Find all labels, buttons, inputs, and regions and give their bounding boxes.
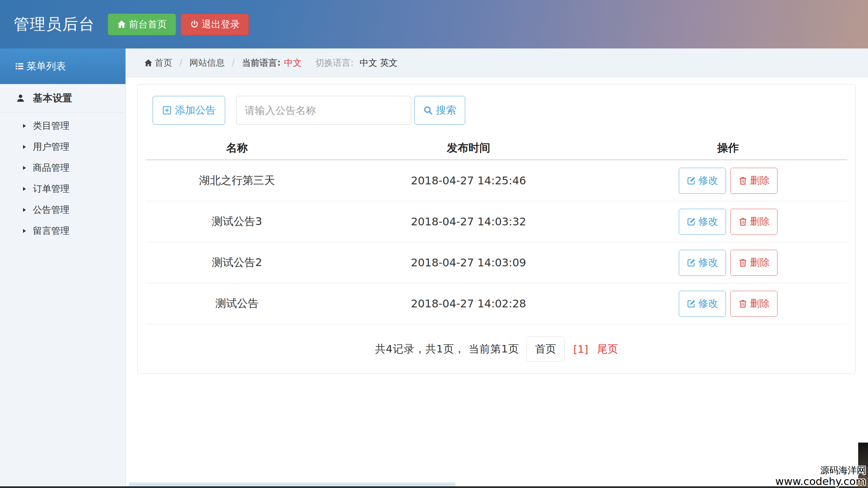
current-language-label: 当前语言:: [242, 57, 281, 69]
search-button[interactable]: 搜索: [414, 96, 465, 125]
delete-button-label: 删除: [750, 215, 770, 228]
announcement-name: 测试公告: [146, 296, 328, 311]
delete-button[interactable]: 删除: [730, 209, 777, 235]
announcement-panel: 添加公告 搜索 名称 发布时间 操作 湖北之行第三天 2018-04-27 14…: [137, 84, 856, 373]
breadcrumb-separator: /: [232, 58, 235, 68]
power-icon: [190, 20, 199, 29]
pagination-current-page-link[interactable]: [1]: [573, 343, 588, 355]
delete-button[interactable]: 删除: [730, 291, 777, 317]
edit-button-label: 修改: [698, 215, 718, 228]
edit-button[interactable]: 修改: [679, 209, 726, 235]
table-row: 测试公告 2018-04-27 14:02:28 修改 删除: [146, 283, 847, 324]
current-language-value: 中文: [284, 57, 302, 69]
edit-icon: [687, 258, 696, 267]
announcement-table: 名称 发布时间 操作 湖北之行第三天 2018-04-27 14:25:46 修…: [146, 137, 847, 374]
watermark-site-name: 源码海洋网: [775, 465, 866, 475]
horizontal-scrollbar-thumb[interactable]: [129, 483, 455, 486]
trash-icon: [738, 176, 748, 185]
language-option-english[interactable]: 英文: [380, 57, 398, 69]
column-header-time: 发布时间: [328, 141, 609, 156]
top-header: 管理员后台 前台首页 退出登录: [0, 0, 868, 48]
home-icon: [144, 59, 153, 67]
column-header-action: 操作: [609, 141, 847, 156]
announcement-time: 2018-04-27 14:25:46: [328, 174, 609, 187]
sidebar-item-label: 订单管理: [33, 183, 70, 195]
sidebar-menu-header-label: 菜单列表: [26, 60, 66, 73]
sidebar-item-messages[interactable]: 留言管理: [0, 220, 125, 241]
user-icon: [16, 94, 25, 103]
announcement-name: 测试公告2: [146, 255, 328, 270]
announcement-search-input[interactable]: [236, 96, 411, 125]
row-actions: 修改 删除: [609, 291, 847, 317]
sidebar-item-label: 留言管理: [33, 225, 70, 237]
add-announcement-label: 添加公告: [175, 103, 216, 117]
sidebar-menu: 类目管理 用户管理 商品管理 订单管理 公告管理 留言管理: [0, 113, 125, 241]
edit-icon: [687, 176, 696, 185]
table-row: 测试公告3 2018-04-27 14:03:32 修改 删除: [146, 201, 847, 242]
breadcrumb: 首页 / 网站信息 / 当前语言: 中文 切换语言: 中文 英文: [126, 48, 868, 77]
toolbar: 添加公告 搜索: [153, 96, 847, 125]
announcement-time: 2018-04-27 14:03:09: [328, 256, 609, 269]
sidebar-menu-header: 菜单列表: [0, 48, 125, 84]
sidebar-section-label: 基本设置: [33, 92, 72, 105]
sidebar-item-label: 类目管理: [33, 120, 70, 132]
logout-label: 退出登录: [202, 18, 240, 31]
edit-button[interactable]: 修改: [679, 168, 726, 194]
watermark: 源码海洋网 www.codehy.com: [775, 465, 866, 488]
announcement-name: 测试公告3: [146, 214, 328, 229]
switch-language-label: 切换语言:: [315, 57, 354, 69]
sidebar-item-users[interactable]: 用户管理: [0, 136, 125, 157]
table-row: 湖北之行第三天 2018-04-27 14:25:46 修改 删除: [146, 160, 847, 201]
announcement-time: 2018-04-27 14:03:32: [328, 215, 609, 228]
caret-right-icon: [21, 165, 27, 171]
sidebar-item-products[interactable]: 商品管理: [0, 157, 125, 178]
breadcrumb-separator: /: [179, 58, 182, 68]
table-row: 测试公告2 2018-04-27 14:03:09 修改 删除: [146, 242, 847, 283]
caret-right-icon: [21, 186, 27, 192]
pagination: 共4记录，共1页， 当前第1页 首页 [1] 尾页: [146, 324, 847, 374]
column-header-name: 名称: [146, 141, 328, 156]
announcement-name: 湖北之行第三天: [146, 173, 328, 188]
table-header-row: 名称 发布时间 操作: [146, 137, 847, 160]
delete-button-label: 删除: [750, 174, 770, 187]
sidebar-item-orders[interactable]: 订单管理: [0, 178, 125, 199]
delete-button[interactable]: 删除: [730, 250, 777, 276]
delete-button[interactable]: 删除: [730, 168, 777, 194]
edit-button-label: 修改: [698, 174, 718, 187]
pagination-first-page-button[interactable]: 首页: [527, 337, 565, 362]
sidebar-item-label: 用户管理: [33, 141, 70, 153]
row-actions: 修改 删除: [609, 250, 847, 276]
trash-icon: [738, 258, 748, 267]
sidebar-item-announcements[interactable]: 公告管理: [0, 199, 125, 220]
edit-button[interactable]: 修改: [679, 250, 726, 276]
list-icon: [15, 62, 24, 71]
language-option-chinese[interactable]: 中文: [360, 57, 377, 69]
search-icon: [423, 105, 433, 115]
edit-button[interactable]: 修改: [679, 291, 726, 317]
add-announcement-button[interactable]: 添加公告: [153, 96, 225, 125]
frontend-home-label: 前台首页: [129, 18, 167, 31]
caret-right-icon: [21, 123, 27, 129]
logout-button[interactable]: 退出登录: [181, 14, 249, 35]
sidebar: 菜单列表 基本设置 类目管理 用户管理 商品管理 订单管理 公告管理: [0, 48, 126, 488]
watermark-site-url: www.codehy.com: [775, 475, 866, 488]
horizontal-scrollbar-track[interactable]: [0, 486, 868, 488]
frontend-home-button[interactable]: 前台首页: [108, 14, 176, 35]
breadcrumb-home-link[interactable]: 首页: [155, 57, 172, 69]
delete-button-label: 删除: [750, 297, 770, 310]
announcement-time: 2018-04-27 14:02:28: [328, 297, 609, 310]
caret-right-icon: [21, 144, 27, 150]
sidebar-item-categories[interactable]: 类目管理: [0, 115, 125, 136]
sidebar-item-label: 公告管理: [33, 204, 70, 216]
sidebar-section-basic-settings[interactable]: 基本设置: [0, 84, 125, 113]
pagination-summary: 共4记录，共1页， 当前第1页: [375, 342, 519, 356]
delete-button-label: 删除: [750, 256, 770, 269]
sidebar-item-label: 商品管理: [33, 162, 70, 174]
caret-right-icon: [21, 207, 27, 213]
row-actions: 修改 删除: [609, 168, 847, 194]
edit-icon: [687, 299, 696, 308]
search-button-label: 搜索: [436, 103, 456, 117]
breadcrumb-site-info-link[interactable]: 网站信息: [190, 57, 225, 69]
pagination-last-page-link[interactable]: 尾页: [597, 342, 618, 356]
home-icon: [117, 20, 126, 29]
